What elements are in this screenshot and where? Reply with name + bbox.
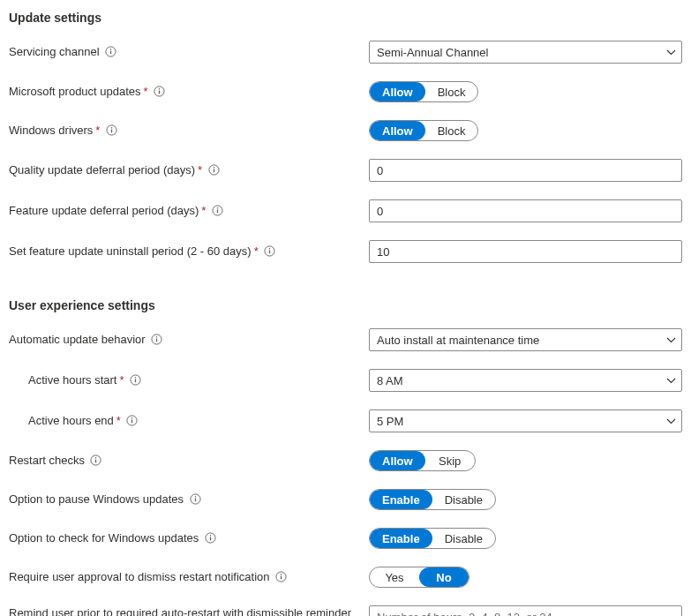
info-icon[interactable] [204,532,216,545]
active-end-value: 5 PM [377,415,403,428]
required-marker: * [116,413,121,429]
auto-behavior-value: Auto install at maintenance time [377,334,539,347]
windows-drivers-block[interactable]: Block [425,121,478,140]
remind-hours-label: Remind user prior to required auto-resta… [9,606,351,616]
windows-drivers-label: Windows drivers [9,123,93,139]
section-title-update: Update settings [9,7,682,25]
active-start-label: Active hours start [28,372,116,388]
require-approval-label: Require user approval to dismiss restart… [9,569,270,585]
info-icon[interactable] [207,164,220,177]
ms-product-updates-label: Microsoft product updates [9,84,141,100]
feature-deferral-input[interactable] [369,199,682,222]
info-icon[interactable] [130,374,142,387]
info-icon[interactable] [90,454,102,467]
active-end-label: Active hours end [28,413,114,429]
servicing-channel-select[interactable]: Semi-Annual Channel [369,41,682,64]
required-marker: * [201,203,206,219]
info-icon[interactable] [126,415,139,427]
require-approval-no[interactable]: No [419,567,469,587]
pause-updates-toggle[interactable]: Enable Disable [369,489,496,510]
chevron-down-icon [665,375,676,386]
section-title-ux: User experience settings [9,295,682,312]
quality-deferral-label: Quality update deferral period (days) [9,162,195,178]
required-marker: * [95,123,100,139]
active-start-value: 8 AM [377,374,403,387]
info-icon[interactable] [154,86,166,98]
require-approval-yes[interactable]: Yes [370,567,419,587]
quality-deferral-input[interactable] [369,159,682,182]
restart-checks-allow[interactable]: Allow [370,451,425,470]
chevron-down-icon [665,334,676,345]
remind-hours-input[interactable] [369,605,682,616]
info-icon[interactable] [264,245,276,258]
uninstall-period-input[interactable] [369,240,682,263]
uninstall-period-label: Set feature update uninstall period (2 -… [9,244,252,259]
require-approval-toggle[interactable]: Yes No [369,567,469,588]
check-updates-disable[interactable]: Disable [432,529,495,548]
pause-updates-disable[interactable]: Disable [432,490,495,509]
check-updates-label: Option to check for Windows updates [9,530,199,546]
feature-deferral-label: Feature update deferral period (days) [9,203,199,219]
info-icon[interactable] [189,493,201,506]
chevron-down-icon [665,416,676,426]
info-icon[interactable] [211,205,223,217]
pause-updates-label: Option to pause Windows updates [9,492,184,507]
ms-product-updates-block[interactable]: Block [425,82,478,101]
ms-product-updates-allow[interactable]: Allow [370,82,425,101]
chevron-down-icon [665,47,676,57]
required-marker: * [198,162,202,178]
restart-checks-toggle[interactable]: Allow Skip [369,450,476,471]
info-icon[interactable] [151,334,163,346]
windows-drivers-allow[interactable]: Allow [370,121,425,140]
pause-updates-enable[interactable]: Enable [370,490,432,509]
ms-product-updates-toggle[interactable]: Allow Block [369,81,478,102]
check-updates-enable[interactable]: Enable [370,529,432,548]
check-updates-toggle[interactable]: Enable Disable [369,528,496,549]
windows-drivers-toggle[interactable]: Allow Block [369,120,478,141]
servicing-channel-value: Semi-Annual Channel [377,46,488,59]
active-start-select[interactable]: 8 AM [369,369,682,392]
restart-checks-label: Restart checks [9,453,85,469]
required-marker: * [144,84,148,100]
required-marker: * [254,244,259,259]
info-icon[interactable] [105,46,117,58]
auto-behavior-label: Automatic update behavior [9,332,146,348]
info-icon[interactable] [105,124,117,137]
required-marker: * [119,372,124,388]
active-end-select[interactable]: 5 PM [369,409,682,432]
auto-behavior-select[interactable]: Auto install at maintenance time [369,328,682,351]
restart-checks-skip[interactable]: Skip [425,451,475,470]
servicing-channel-label: Servicing channel [9,44,100,60]
info-icon[interactable] [275,571,288,583]
